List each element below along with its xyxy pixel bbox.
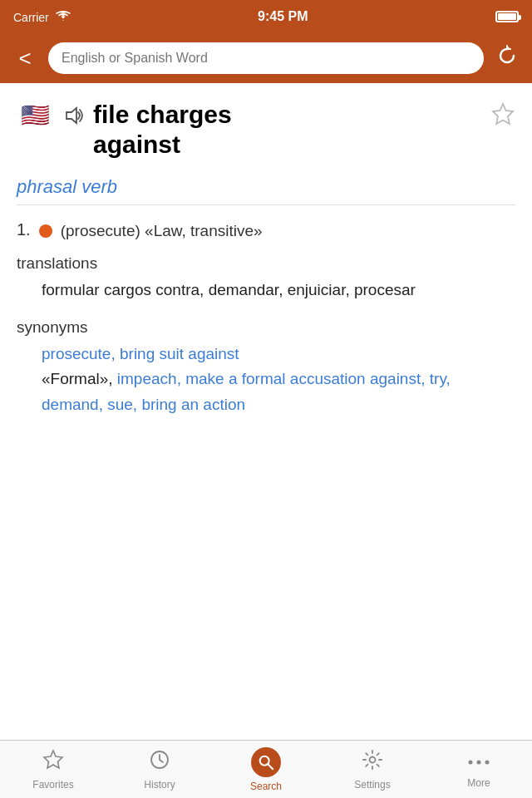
word-header: 🇺🇸 file charges against xyxy=(17,96,515,160)
def-number: 1. xyxy=(17,220,31,239)
tab-settings[interactable]: Settings xyxy=(319,741,426,798)
tab-favorites[interactable]: Favorites xyxy=(0,741,106,798)
svg-point-8 xyxy=(477,760,481,764)
synonyms-text: prosecute, bring suit against «Formal», … xyxy=(17,342,515,417)
def-text: (prosecute) «Law, transitive» xyxy=(61,220,263,243)
carrier-text: Carrier xyxy=(13,10,71,24)
favorites-icon xyxy=(42,749,64,776)
speaker-icon[interactable] xyxy=(63,105,85,131)
tab-history-label: History xyxy=(144,779,175,791)
tab-history[interactable]: History xyxy=(106,741,213,798)
refresh-button[interactable] xyxy=(492,44,522,72)
nav-bar: < xyxy=(0,33,532,83)
svg-line-5 xyxy=(268,764,273,769)
search-circle xyxy=(251,747,281,777)
tab-more-label: More xyxy=(467,777,490,789)
svg-marker-2 xyxy=(44,751,62,768)
svg-point-7 xyxy=(469,760,473,764)
history-icon xyxy=(149,749,170,776)
def-dot xyxy=(39,224,52,238)
tab-settings-label: Settings xyxy=(354,779,390,791)
time-display: 9:45 PM xyxy=(258,9,308,24)
svg-marker-1 xyxy=(493,104,513,124)
more-icon xyxy=(468,751,490,774)
settings-icon xyxy=(362,749,383,776)
translations-label: translations xyxy=(17,254,515,273)
pos-section: phrasal verb xyxy=(17,176,515,205)
tab-search[interactable]: Search xyxy=(213,741,319,798)
favorite-button[interactable] xyxy=(490,101,515,132)
svg-point-9 xyxy=(485,760,490,764)
synonyms-label: synonyms xyxy=(17,318,515,337)
battery-icon xyxy=(495,11,519,22)
translations-text: formular cargos contra, demandar, enjuic… xyxy=(17,278,515,302)
tab-more[interactable]: More xyxy=(426,741,532,798)
svg-marker-0 xyxy=(66,108,76,123)
pos-label: phrasal verb xyxy=(17,176,515,205)
definition-row: 1. (prosecute) «Law, transitive» xyxy=(17,220,515,243)
tab-favorites-label: Favorites xyxy=(32,779,73,791)
wifi-icon xyxy=(56,10,71,24)
svg-point-6 xyxy=(370,756,376,762)
content-area: 🇺🇸 file charges against phrasal verb 1. xyxy=(0,83,532,740)
search-input[interactable] xyxy=(48,42,484,74)
word-title: file charges against xyxy=(93,100,490,160)
status-bar: Carrier 9:45 PM xyxy=(0,0,532,33)
flag-icon: 🇺🇸 xyxy=(17,96,53,133)
tab-bar: Favorites History Search Settings xyxy=(0,740,532,798)
back-button[interactable]: < xyxy=(10,46,40,71)
tab-search-label: Search xyxy=(250,781,282,792)
